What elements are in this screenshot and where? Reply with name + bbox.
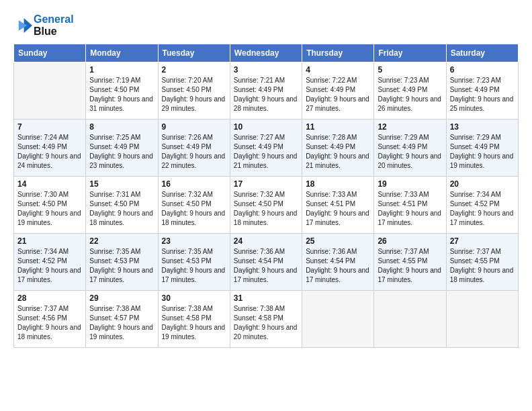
calendar-cell: 11Sunrise: 7:28 AMSunset: 4:49 PMDayligh…	[302, 120, 374, 177]
daylight-label: Daylight: 9 hours and 19 minutes.	[89, 324, 153, 340]
sunrise-label: Sunrise: 7:25 AM	[89, 134, 140, 141]
daylight-label: Daylight: 9 hours and 17 minutes.	[89, 267, 153, 283]
sunrise-label: Sunrise: 7:35 AM	[162, 248, 213, 255]
calendar-cell: 3Sunrise: 7:21 AMSunset: 4:49 PMDaylight…	[230, 62, 302, 120]
daylight-label: Daylight: 9 hours and 18 minutes.	[162, 210, 226, 226]
day-number: 3	[234, 65, 298, 75]
day-number: 1	[89, 65, 154, 75]
calendar-cell: 18Sunrise: 7:33 AMSunset: 4:51 PMDayligh…	[302, 177, 374, 234]
logo: General Blue	[13, 13, 74, 37]
day-info: Sunrise: 7:31 AMSunset: 4:50 PMDaylight:…	[89, 190, 154, 228]
daylight-label: Daylight: 9 hours and 22 minutes.	[162, 152, 226, 169]
day-number: 21	[17, 236, 82, 246]
calendar-cell: 8Sunrise: 7:25 AMSunset: 4:49 PMDaylight…	[86, 120, 158, 177]
sunset-label: Sunset: 4:51 PM	[306, 200, 355, 208]
sunrise-label: Sunrise: 7:29 AM	[378, 134, 429, 141]
sunrise-label: Sunrise: 7:36 AM	[234, 248, 285, 255]
sunrise-label: Sunrise: 7:19 AM	[89, 77, 140, 84]
daylight-label: Daylight: 9 hours and 18 minutes.	[450, 267, 514, 283]
daylight-label: Daylight: 9 hours and 26 minutes.	[378, 95, 441, 112]
calendar-cell: 5Sunrise: 7:23 AMSunset: 4:49 PMDaylight…	[374, 62, 446, 120]
calendar-cell	[14, 62, 86, 120]
day-number: 29	[89, 293, 154, 303]
calendar-week-4: 21Sunrise: 7:34 AMSunset: 4:52 PMDayligh…	[14, 234, 519, 291]
sunset-label: Sunset: 4:49 PM	[306, 143, 355, 150]
day-number: 17	[234, 179, 298, 189]
daylight-label: Daylight: 9 hours and 18 minutes.	[234, 210, 298, 226]
day-number: 9	[162, 122, 226, 132]
sunset-label: Sunset: 4:50 PM	[234, 200, 283, 208]
day-number: 18	[306, 179, 370, 189]
day-header-wednesday: Wednesday	[230, 44, 302, 62]
daylight-label: Daylight: 9 hours and 19 minutes.	[162, 324, 226, 340]
sunrise-label: Sunrise: 7:27 AM	[234, 134, 285, 141]
calendar-week-1: 1Sunrise: 7:19 AMSunset: 4:50 PMDaylight…	[14, 62, 519, 120]
sunset-label: Sunset: 4:53 PM	[162, 257, 212, 265]
day-info: Sunrise: 7:25 AMSunset: 4:49 PMDaylight:…	[89, 133, 154, 171]
daylight-label: Daylight: 9 hours and 24 minutes.	[17, 152, 81, 169]
daylight-label: Daylight: 9 hours and 17 minutes.	[378, 210, 441, 226]
day-number: 20	[450, 179, 515, 189]
day-info: Sunrise: 7:37 AMSunset: 4:55 PMDaylight:…	[450, 247, 515, 285]
sunset-label: Sunset: 4:50 PM	[162, 200, 212, 208]
sunrise-label: Sunrise: 7:36 AM	[306, 248, 357, 255]
day-info: Sunrise: 7:37 AMSunset: 4:55 PMDaylight:…	[378, 247, 442, 285]
daylight-label: Daylight: 9 hours and 17 minutes.	[17, 267, 81, 283]
day-info: Sunrise: 7:26 AMSunset: 4:49 PMDaylight:…	[162, 133, 226, 171]
sunrise-label: Sunrise: 7:37 AM	[17, 305, 69, 312]
calendar-cell: 4Sunrise: 7:22 AMSunset: 4:49 PMDaylight…	[302, 62, 374, 120]
day-number: 25	[306, 236, 370, 246]
day-number: 2	[162, 65, 226, 75]
calendar-cell: 12Sunrise: 7:29 AMSunset: 4:49 PMDayligh…	[374, 120, 446, 177]
calendar-cell: 30Sunrise: 7:38 AMSunset: 4:58 PMDayligh…	[158, 291, 230, 348]
calendar: SundayMondayTuesdayWednesdayThursdayFrid…	[13, 44, 519, 348]
day-info: Sunrise: 7:33 AMSunset: 4:51 PMDaylight:…	[306, 190, 370, 228]
day-info: Sunrise: 7:38 AMSunset: 4:58 PMDaylight:…	[234, 304, 298, 342]
calendar-cell: 9Sunrise: 7:26 AMSunset: 4:49 PMDaylight…	[158, 120, 230, 177]
sunset-label: Sunset: 4:50 PM	[162, 86, 212, 93]
sunrise-label: Sunrise: 7:28 AM	[306, 134, 357, 141]
day-info: Sunrise: 7:36 AMSunset: 4:54 PMDaylight:…	[306, 247, 370, 285]
day-number: 7	[17, 122, 82, 132]
daylight-label: Daylight: 9 hours and 21 minutes.	[234, 152, 298, 169]
daylight-label: Daylight: 9 hours and 18 minutes.	[17, 324, 81, 340]
sunrise-label: Sunrise: 7:31 AM	[89, 191, 140, 198]
day-number: 14	[17, 179, 82, 189]
day-info: Sunrise: 7:22 AMSunset: 4:49 PMDaylight:…	[306, 76, 370, 113]
daylight-label: Daylight: 9 hours and 17 minutes.	[306, 210, 369, 226]
calendar-cell	[446, 291, 518, 348]
calendar-cell: 21Sunrise: 7:34 AMSunset: 4:52 PMDayligh…	[14, 234, 86, 291]
day-number: 6	[450, 65, 515, 75]
calendar-cell: 15Sunrise: 7:31 AMSunset: 4:50 PMDayligh…	[86, 177, 158, 234]
daylight-label: Daylight: 9 hours and 17 minutes.	[306, 267, 369, 283]
daylight-label: Daylight: 9 hours and 29 minutes.	[162, 95, 226, 112]
day-number: 10	[234, 122, 298, 132]
calendar-cell: 20Sunrise: 7:34 AMSunset: 4:52 PMDayligh…	[446, 177, 518, 234]
day-header-sunday: Sunday	[14, 44, 86, 62]
daylight-label: Daylight: 9 hours and 17 minutes.	[450, 210, 514, 226]
sunrise-label: Sunrise: 7:26 AM	[162, 134, 213, 141]
sunset-label: Sunset: 4:50 PM	[17, 200, 67, 208]
day-info: Sunrise: 7:21 AMSunset: 4:49 PMDaylight:…	[234, 76, 298, 113]
day-number: 15	[89, 179, 154, 189]
sunrise-label: Sunrise: 7:33 AM	[306, 191, 357, 198]
calendar-cell: 2Sunrise: 7:20 AMSunset: 4:50 PMDaylight…	[158, 62, 230, 120]
day-number: 28	[17, 293, 82, 303]
daylight-label: Daylight: 9 hours and 19 minutes.	[450, 152, 514, 169]
day-number: 22	[89, 236, 154, 246]
calendar-cell: 24Sunrise: 7:36 AMSunset: 4:54 PMDayligh…	[230, 234, 302, 291]
calendar-week-2: 7Sunrise: 7:24 AMSunset: 4:49 PMDaylight…	[14, 120, 519, 177]
day-header-thursday: Thursday	[302, 44, 374, 62]
sunrise-label: Sunrise: 7:38 AM	[89, 305, 140, 312]
day-info: Sunrise: 7:32 AMSunset: 4:50 PMDaylight:…	[234, 190, 298, 228]
sunset-label: Sunset: 4:56 PM	[17, 314, 67, 322]
day-number: 8	[89, 122, 154, 132]
sunset-label: Sunset: 4:54 PM	[306, 257, 355, 265]
sunrise-label: Sunrise: 7:33 AM	[378, 191, 429, 198]
calendar-cell: 14Sunrise: 7:30 AMSunset: 4:50 PMDayligh…	[14, 177, 86, 234]
sunset-label: Sunset: 4:49 PM	[89, 143, 139, 150]
sunset-label: Sunset: 4:58 PM	[162, 314, 212, 322]
calendar-cell: 26Sunrise: 7:37 AMSunset: 4:55 PMDayligh…	[374, 234, 446, 291]
day-info: Sunrise: 7:35 AMSunset: 4:53 PMDaylight:…	[89, 247, 154, 285]
day-number: 24	[234, 236, 298, 246]
